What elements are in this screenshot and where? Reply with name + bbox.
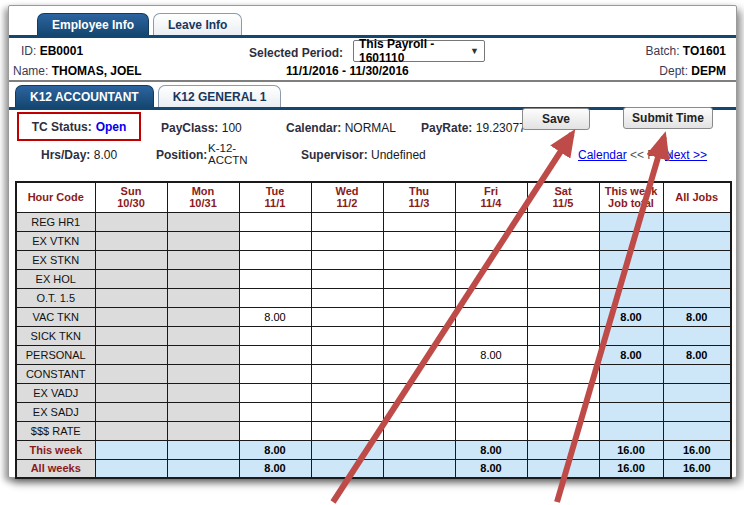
- timesheet-cell[interactable]: [383, 383, 455, 402]
- timesheet-cell[interactable]: [311, 345, 383, 364]
- timesheet-cell[interactable]: [455, 307, 527, 326]
- timesheet-cell[interactable]: [239, 288, 311, 307]
- timesheet-cell[interactable]: [239, 231, 311, 250]
- hrs-per-day: Hrs/Day: 8.00: [41, 148, 117, 162]
- timesheet-cell[interactable]: [239, 421, 311, 440]
- timesheet-cell[interactable]: [239, 383, 311, 402]
- next-link[interactable]: Next >>: [665, 148, 707, 162]
- timesheet-cell[interactable]: [239, 212, 311, 231]
- week-total-cell: 8.00: [599, 345, 663, 364]
- timesheet-cell[interactable]: [311, 326, 383, 345]
- timesheet-cell: [95, 459, 167, 478]
- timesheet-cell[interactable]: [383, 212, 455, 231]
- timesheet-cell[interactable]: [527, 326, 599, 345]
- timesheet-cell[interactable]: [527, 307, 599, 326]
- timesheet-cell[interactable]: [311, 269, 383, 288]
- row-label: REG HR1: [16, 212, 95, 231]
- summary-row: This week8.008.0016.0016.00: [16, 440, 731, 459]
- timesheet-cell: [95, 383, 167, 402]
- timesheet-cell: [167, 231, 239, 250]
- timesheet-cell[interactable]: [311, 364, 383, 383]
- timesheet-cell[interactable]: [311, 421, 383, 440]
- timesheet-cell[interactable]: [311, 231, 383, 250]
- timesheet-cell[interactable]: [383, 250, 455, 269]
- tab-k12-general-1[interactable]: K12 GENERAL 1: [158, 85, 282, 108]
- timesheet-cell[interactable]: [311, 288, 383, 307]
- timesheet-cell[interactable]: [527, 250, 599, 269]
- timesheet-cell[interactable]: [383, 269, 455, 288]
- timesheet-cell[interactable]: [527, 383, 599, 402]
- employee-id: ID: EB0001: [21, 44, 83, 58]
- timesheet-cell: [167, 307, 239, 326]
- week-total-cell: [599, 231, 663, 250]
- timesheet-cell[interactable]: [311, 383, 383, 402]
- timesheet-cell[interactable]: [383, 345, 455, 364]
- timesheet-cell: [95, 402, 167, 421]
- timesheet-cell[interactable]: [383, 402, 455, 421]
- col-week-job-total: This weekJob total: [599, 182, 663, 212]
- timesheet-cell[interactable]: [455, 250, 527, 269]
- save-button[interactable]: Save: [522, 108, 590, 130]
- tc-status-label: TC Status:: [32, 120, 92, 134]
- timesheet-cell: [167, 269, 239, 288]
- row-label: SICK TKN: [16, 326, 95, 345]
- timesheet-cell[interactable]: [455, 269, 527, 288]
- period-select[interactable]: This Payroll - 1601110 ▼: [353, 40, 485, 62]
- timesheet-cell: [167, 288, 239, 307]
- timesheet-cell[interactable]: [383, 307, 455, 326]
- calendar-link[interactable]: Calendar: [578, 148, 627, 162]
- timesheet-cell[interactable]: [311, 212, 383, 231]
- week-total-cell: [599, 421, 663, 440]
- tab-employee-info[interactable]: Employee Info: [37, 13, 149, 36]
- timesheet-cell[interactable]: [455, 212, 527, 231]
- all-jobs-cell: [663, 250, 731, 269]
- timesheet-cell[interactable]: [527, 364, 599, 383]
- timesheet-cell[interactable]: [527, 269, 599, 288]
- timesheet-cell[interactable]: [455, 231, 527, 250]
- timesheet-cell[interactable]: [383, 231, 455, 250]
- row-label: EX SADJ: [16, 402, 95, 421]
- timesheet-cell[interactable]: [311, 402, 383, 421]
- tab-k12-accountant[interactable]: K12 ACCOUNTANT: [15, 85, 154, 108]
- timesheet-cell[interactable]: [311, 250, 383, 269]
- timesheet-cell[interactable]: [455, 421, 527, 440]
- timesheet-cell[interactable]: [383, 364, 455, 383]
- supervisor-label: Supervisor:: [301, 148, 368, 162]
- timesheet-cell[interactable]: 8.00: [455, 345, 527, 364]
- timesheet-cell[interactable]: [239, 250, 311, 269]
- timesheet-cell[interactable]: [239, 402, 311, 421]
- col-day-tue: Tue11/1: [239, 182, 311, 212]
- timesheet-cell[interactable]: [527, 231, 599, 250]
- timesheet-cell[interactable]: [455, 364, 527, 383]
- col-day-fri: Fri11/4: [455, 182, 527, 212]
- timesheet-cell[interactable]: 8.00: [239, 307, 311, 326]
- summary-row: All weeks8.008.0016.0016.00: [16, 459, 731, 478]
- timesheet-cell[interactable]: [455, 402, 527, 421]
- payrate-value: 19.23077: [476, 121, 526, 135]
- position-value: K-12- ACCTN: [208, 142, 248, 166]
- timesheet-cell[interactable]: [527, 212, 599, 231]
- timesheet-cell[interactable]: [239, 364, 311, 383]
- table-row: EX VADJ: [16, 383, 731, 402]
- row-label: O.T. 1.5: [16, 288, 95, 307]
- timesheet-cell[interactable]: [239, 326, 311, 345]
- timecard-window: Employee Info Leave Info ID: EB0001 Sele…: [8, 5, 737, 478]
- tab-leave-info[interactable]: Leave Info: [153, 13, 242, 36]
- timesheet-cell[interactable]: [311, 307, 383, 326]
- timesheet-cell: [95, 440, 167, 459]
- timesheet-cell[interactable]: [527, 288, 599, 307]
- timesheet-cell[interactable]: [455, 383, 527, 402]
- submit-time-button[interactable]: Submit Time: [623, 107, 713, 129]
- timesheet-cell[interactable]: [239, 345, 311, 364]
- timesheet-cell[interactable]: [455, 326, 527, 345]
- timesheet-cell[interactable]: [527, 421, 599, 440]
- timesheet-cell[interactable]: [239, 269, 311, 288]
- timesheet-cell[interactable]: [383, 326, 455, 345]
- timesheet-cell: [167, 459, 239, 478]
- timesheet-cell[interactable]: [455, 288, 527, 307]
- timesheet-cell[interactable]: [527, 345, 599, 364]
- timesheet-cell[interactable]: [383, 288, 455, 307]
- week-total-cell: [599, 269, 663, 288]
- timesheet-cell[interactable]: [527, 402, 599, 421]
- timesheet-cell[interactable]: [383, 421, 455, 440]
